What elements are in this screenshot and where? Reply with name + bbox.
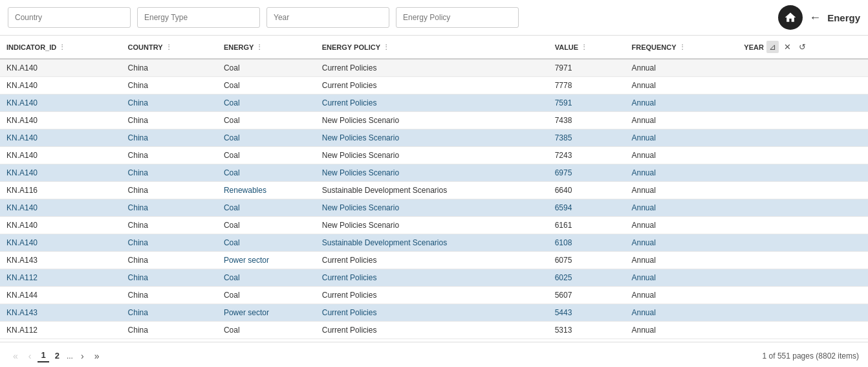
- cell-country: China: [122, 252, 217, 269]
- cell-value: 6108: [548, 234, 625, 252]
- cell-indicator-id: KN.A140: [0, 129, 122, 147]
- cell-energy-policy: Sustainable Development Scenarios: [316, 234, 548, 252]
- cell-value: 5607: [548, 287, 625, 304]
- energy-policy-filter[interactable]: [396, 7, 519, 28]
- table-row: KN.A143 China Power sector Current Polic…: [0, 304, 868, 322]
- cell-value: 6640: [548, 182, 625, 199]
- clear-filter-btn[interactable]: ✕: [781, 41, 794, 53]
- cell-frequency: Annual: [625, 199, 738, 217]
- cell-indicator-id: KN.A144: [0, 287, 122, 304]
- cell-indicator-id: KN.A112: [0, 322, 122, 339]
- cell-year: [737, 269, 868, 287]
- table-row: KN.A140 China Coal New Policies Scenario…: [0, 199, 868, 217]
- cell-indicator-id: KN.A140: [0, 234, 122, 252]
- cell-energy-policy: Current Policies: [316, 95, 548, 112]
- cell-country: China: [122, 287, 217, 304]
- home-button[interactable]: [778, 5, 803, 30]
- cell-energy: Coal: [217, 217, 316, 234]
- cell-value: 7971: [548, 59, 625, 77]
- cell-energy-policy: Current Policies: [316, 252, 548, 269]
- cell-energy-policy: New Policies Scenario: [316, 199, 548, 217]
- cell-country: China: [122, 147, 217, 164]
- frequency-sort-icon[interactable]: ⋮: [679, 43, 686, 50]
- cell-frequency: Annual: [625, 234, 738, 252]
- page-title: Energy: [827, 12, 860, 23]
- cell-energy: Coal: [217, 77, 316, 95]
- cell-energy: Coal: [217, 199, 316, 217]
- cell-value: 7438: [548, 112, 625, 129]
- cell-frequency: Annual: [625, 112, 738, 129]
- page-2-btn[interactable]: 2: [52, 350, 63, 362]
- cell-value: 7243: [548, 147, 625, 164]
- cell-frequency: Annual: [625, 322, 738, 339]
- cell-energy-policy: Current Policies: [316, 287, 548, 304]
- cell-year: [737, 112, 868, 129]
- cell-country: China: [122, 182, 217, 199]
- year-filter[interactable]: [266, 7, 389, 28]
- cell-value: 6025: [548, 269, 625, 287]
- cell-indicator-id: KN.A140: [0, 59, 122, 77]
- cell-energy-policy: Current Policies: [316, 77, 548, 95]
- cell-energy: Coal: [217, 95, 316, 112]
- last-page-btn[interactable]: »: [91, 350, 103, 362]
- next-page-btn[interactable]: ›: [77, 350, 88, 362]
- cell-energy-policy: New Policies Scenario: [316, 147, 548, 164]
- country-sort[interactable]: COUNTRY ⋮: [128, 43, 172, 51]
- cell-country: China: [122, 234, 217, 252]
- table-row: KN.A143 China Power sector Current Polic…: [0, 252, 868, 269]
- indicator-id-sort[interactable]: INDICATOR_ID ⋮: [6, 43, 65, 51]
- cell-frequency: Annual: [625, 164, 738, 182]
- cell-year: [737, 59, 868, 77]
- table-header-row: INDICATOR_ID ⋮ COUNTRY ⋮ ENERGY ⋮: [0, 36, 868, 59]
- cell-energy-policy: Current Policies: [316, 269, 548, 287]
- frequency-sort[interactable]: FREQUENCY ⋮: [632, 43, 686, 51]
- energy-policy-sort-icon[interactable]: ⋮: [383, 43, 389, 50]
- value-sort-icon[interactable]: ⋮: [581, 43, 587, 50]
- indicator-id-sort-icon[interactable]: ⋮: [59, 43, 65, 50]
- cell-energy: Coal: [217, 322, 316, 339]
- table-row: KN.A140 China Coal Current Policies 7778…: [0, 77, 868, 95]
- cell-indicator-id: KN.A140: [0, 147, 122, 164]
- cell-frequency: Annual: [625, 217, 738, 234]
- cell-energy: Coal: [217, 147, 316, 164]
- col-header-frequency: FREQUENCY ⋮: [625, 36, 738, 59]
- reset-btn[interactable]: ↺: [796, 41, 808, 53]
- cell-energy: Coal: [217, 269, 316, 287]
- cell-energy: Coal: [217, 234, 316, 252]
- pagination-bar: « ‹ 1 2 ... › » 1 of 551 pages (8802 ite…: [0, 342, 868, 367]
- first-page-btn[interactable]: «: [9, 350, 22, 362]
- table-row: KN.A140 China Coal New Policies Scenario…: [0, 112, 868, 129]
- country-filter[interactable]: [8, 7, 131, 28]
- cell-year: [737, 147, 868, 164]
- cell-energy-policy: Sustainable Development Scenarios: [316, 182, 548, 199]
- table-row: KN.A144 China Coal Current Policies 5607…: [0, 287, 868, 304]
- country-sort-icon[interactable]: ⋮: [166, 43, 172, 50]
- cell-country: China: [122, 112, 217, 129]
- back-button[interactable]: ←: [809, 11, 821, 25]
- cell-indicator-id: KN.A140: [0, 199, 122, 217]
- page-1-btn[interactable]: 1: [38, 349, 49, 362]
- cell-value: 5313: [548, 322, 625, 339]
- energy-sort-icon[interactable]: ⋮: [256, 43, 263, 50]
- table-row: KN.A140 China Coal Sustainable Developme…: [0, 234, 868, 252]
- filter-bar: ← Energy: [0, 0, 868, 36]
- energy-sort[interactable]: ENERGY ⋮: [224, 43, 263, 51]
- cell-value: 6075: [548, 252, 625, 269]
- cell-indicator-id: KN.A116: [0, 182, 122, 199]
- year-sort[interactable]: YEAR: [744, 43, 764, 51]
- cell-country: China: [122, 77, 217, 95]
- cell-year: [737, 252, 868, 269]
- cell-country: China: [122, 269, 217, 287]
- cell-country: China: [122, 217, 217, 234]
- prev-page-btn[interactable]: ‹: [25, 350, 36, 362]
- cell-value: 5443: [548, 304, 625, 322]
- cell-year: [737, 199, 868, 217]
- cell-year: [737, 287, 868, 304]
- value-sort[interactable]: VALUE ⋮: [555, 43, 587, 51]
- cell-frequency: Annual: [625, 304, 738, 322]
- cell-year: [737, 234, 868, 252]
- filter-icon-btn[interactable]: ⊿: [766, 41, 779, 53]
- energy-type-filter[interactable]: [137, 7, 260, 28]
- cell-energy-policy: New Policies Scenario: [316, 217, 548, 234]
- energy-policy-sort[interactable]: ENERGY POLICY ⋮: [322, 43, 389, 51]
